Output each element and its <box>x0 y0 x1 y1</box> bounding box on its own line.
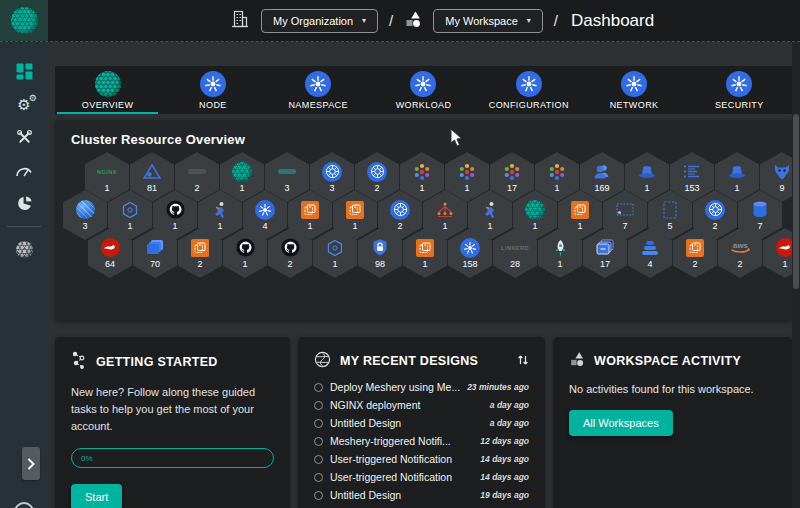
design-time: 12 days ago <box>480 436 529 446</box>
resource-count: 1 <box>734 184 739 193</box>
vertical-scrollbar <box>792 42 800 508</box>
resource-count: 2 <box>737 260 742 269</box>
blue-cards-icon <box>596 237 615 258</box>
resource-count: 64 <box>105 260 115 269</box>
breadcrumb: My Organization ▾ / My Workspace ▾ / Das… <box>230 9 654 33</box>
sidebar-expand-button[interactable] <box>22 447 40 480</box>
design-time: 23 minutes ago <box>467 382 529 392</box>
resource-count: 1 <box>532 222 537 231</box>
resource-count: 17 <box>600 260 610 269</box>
resource-count: 2 <box>712 222 717 231</box>
chevron-right-icon <box>27 458 35 470</box>
card-title: GETTING STARTED <box>96 355 218 369</box>
blue-sphere-icon <box>76 199 95 220</box>
github-icon <box>166 199 185 220</box>
design-item[interactable]: Untitled Designa day ago <box>314 414 529 432</box>
meshery-logo[interactable] <box>0 0 48 41</box>
workspace-dropdown[interactable]: My Workspace ▾ <box>433 9 543 33</box>
design-time: 14 days ago <box>480 454 529 464</box>
hat-icon <box>728 161 746 182</box>
design-bullet-icon <box>314 455 323 464</box>
sidebar-item-performance[interactable] <box>0 154 48 187</box>
tab-namespace[interactable]: NAMESPACE <box>266 66 371 114</box>
progress-bar: 0% <box>71 448 274 468</box>
breadcrumb-separator: / <box>389 12 393 29</box>
resource-count: 4 <box>262 222 267 231</box>
help-icon[interactable]: ? <box>14 502 34 508</box>
design-item[interactable]: NGINX deploymenta day ago <box>314 396 529 414</box>
tab-label: WORKLOAD <box>396 100 452 110</box>
redhat-icon <box>101 237 120 258</box>
sidebar-item-dashboard[interactable] <box>0 55 48 88</box>
resource-count: 1 <box>127 222 132 231</box>
card-title: WORKSPACE ACTIVITY <box>594 354 741 368</box>
recent-designs-card: MY RECENT DESIGNS Deploy Meshery using M… <box>298 337 545 508</box>
dashboard-tabbar: OVERVIEWNODENAMESPACEWORKLOADCONFIGURATI… <box>55 66 792 114</box>
all-workspaces-button[interactable]: All Workspaces <box>569 410 673 436</box>
sidebar-item-configuration[interactable] <box>0 121 48 154</box>
getting-started-description: New here? Follow along these guided task… <box>71 384 274 435</box>
resource-count: 7 <box>622 222 627 231</box>
sidebar-item-extensions[interactable] <box>0 187 48 220</box>
meshery-icon <box>232 161 252 182</box>
resource-honeycomb: NGINX18121332111711691153193111411211117… <box>55 152 792 266</box>
orange-square-icon <box>301 199 319 220</box>
design-icon <box>314 351 331 371</box>
design-bullet-icon <box>314 473 323 482</box>
github-icon <box>236 237 255 258</box>
sidebar-item-lifecycle[interactable]: ⚙⚙ <box>0 88 48 121</box>
resource-count: 1 <box>557 260 562 269</box>
design-item[interactable]: User-triggered Notification14 days ago <box>314 450 529 468</box>
color-dots-icon <box>548 161 566 182</box>
kubernetes-icon <box>200 71 226 97</box>
design-name: Meshery-triggered Notifi... <box>330 435 473 447</box>
helm-icon <box>367 161 387 182</box>
kubernetes-icon <box>305 71 331 97</box>
teal-wordmark-icon <box>278 161 296 182</box>
resource-count: 1 <box>332 260 337 269</box>
faint-wordmark-icon <box>188 161 206 182</box>
tab-configuration[interactable]: CONFIGURATION <box>476 66 581 114</box>
resource-count: 9 <box>779 184 784 193</box>
tab-node[interactable]: NODE <box>160 66 265 114</box>
rocket-icon <box>554 237 567 258</box>
workspace-dropdown-label: My Workspace <box>445 15 518 27</box>
helm-icon <box>390 199 410 220</box>
scrollbar-thumb[interactable] <box>793 114 799 289</box>
tab-security[interactable]: SECURITY <box>687 66 792 114</box>
svg-text:aws: aws <box>733 241 748 250</box>
tab-label: NODE <box>199 100 227 110</box>
design-item[interactable]: Untitled Design19 days ago <box>314 486 529 504</box>
linkerd-wordmark-icon: LINKERD <box>501 237 529 258</box>
resource-count: 1 <box>442 222 447 231</box>
sort-icon[interactable] <box>517 354 529 369</box>
resource-count: 1 <box>464 184 469 193</box>
design-bullet-icon <box>314 401 323 410</box>
tab-label: OVERVIEW <box>82 100 134 110</box>
dashboard-cards: GETTING STARTED New here? Follow along t… <box>55 337 792 508</box>
design-item[interactable]: User-triggered Notification14 days ago <box>314 468 529 486</box>
design-item[interactable]: Deploy Meshery using Me...23 minutes ago <box>314 378 529 396</box>
recent-designs-list: Deploy Meshery using Me...23 minutes ago… <box>314 378 529 504</box>
page-title: Dashboard <box>571 11 654 31</box>
sidebar-item-catalog[interactable] <box>0 233 48 266</box>
color-dots-icon <box>503 161 521 182</box>
design-bullet-icon <box>314 383 323 392</box>
design-item[interactable]: Meshery-triggered Notifi...12 days ago <box>314 432 529 450</box>
tab-workload[interactable]: WORKLOAD <box>371 66 476 114</box>
tab-network[interactable]: NETWORK <box>581 66 686 114</box>
resource-count: 1 <box>422 260 427 269</box>
color-dots-icon <box>413 161 431 182</box>
helm-icon <box>322 161 342 182</box>
dotted-rect-icon <box>616 199 634 220</box>
tab-overview[interactable]: OVERVIEW <box>55 66 160 114</box>
resource-count: 2 <box>692 260 697 269</box>
resource-count: 1 <box>307 222 312 231</box>
start-button[interactable]: Start <box>71 484 122 508</box>
organization-dropdown-label: My Organization <box>273 15 353 27</box>
resource-count: 1 <box>352 222 357 231</box>
diver-icon <box>213 199 227 220</box>
organization-dropdown[interactable]: My Organization ▾ <box>261 9 378 33</box>
resource-count: 1 <box>487 222 492 231</box>
design-name: User-triggered Notification <box>330 453 473 465</box>
